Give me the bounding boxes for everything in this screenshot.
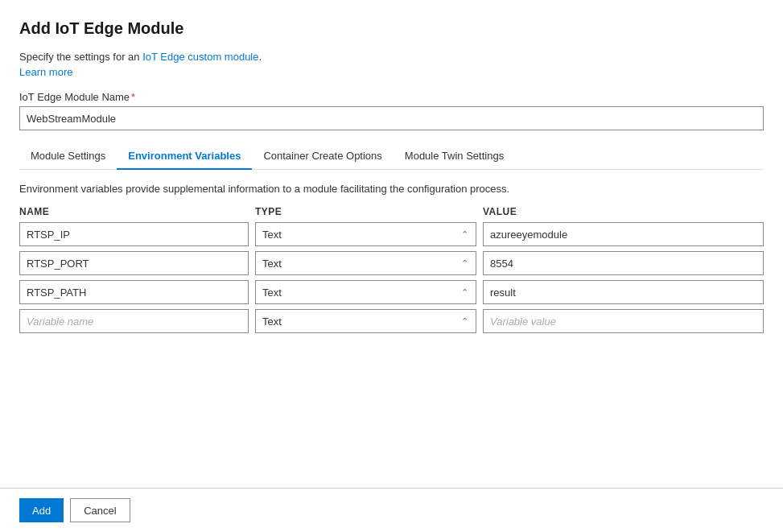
env-value-input-1[interactable] [483,222,764,246]
env-description: Environment variables provide supplement… [19,183,764,195]
tab-module-twin-settings[interactable]: Module Twin Settings [394,143,515,170]
col-header-name: NAME [19,206,249,217]
table-row: Text Secret ⌃ [19,280,764,304]
table-row: Text Secret ⌃ [19,251,764,275]
env-name-input-2[interactable] [19,251,249,275]
tab-bar: Module Settings Environment Variables Co… [19,143,764,170]
col-header-type: TYPE [255,206,476,217]
required-star: * [131,91,135,103]
env-name-input-1[interactable] [19,222,249,246]
table-row: Text Secret ⌃ [19,309,764,333]
description-text: Specify the settings for an IoT Edge cus… [19,51,764,63]
tab-container-create-options[interactable]: Container Create Options [252,143,393,170]
env-type-select-2[interactable]: Text Secret [255,251,476,275]
learn-more-link[interactable]: Learn more [19,66,764,78]
footer: Add Cancel [0,488,783,532]
page-title: Add IoT Edge Module [19,19,764,38]
env-value-input-2[interactable] [483,251,764,275]
env-name-input-3[interactable] [19,280,249,304]
table-header: NAME TYPE VALUE [19,206,764,217]
env-type-select-3[interactable]: Text Secret [255,280,476,304]
cancel-button[interactable]: Cancel [70,498,130,522]
col-header-value: VALUE [483,206,764,217]
env-name-input-4[interactable] [19,309,249,333]
env-value-input-4[interactable] [483,309,764,333]
table-row: Text Secret ⌃ [19,222,764,246]
tab-module-settings[interactable]: Module Settings [19,143,117,170]
env-value-input-3[interactable] [483,280,764,304]
env-type-select-1[interactable]: Text Secret [255,222,476,246]
env-type-select-4[interactable]: Text Secret [255,309,476,333]
tab-environment-variables[interactable]: Environment Variables [117,143,252,170]
module-name-label: IoT Edge Module Name* [19,91,764,103]
add-button[interactable]: Add [19,498,64,522]
module-name-input[interactable] [19,106,764,130]
custom-module-link[interactable]: IoT Edge custom module [142,51,258,63]
